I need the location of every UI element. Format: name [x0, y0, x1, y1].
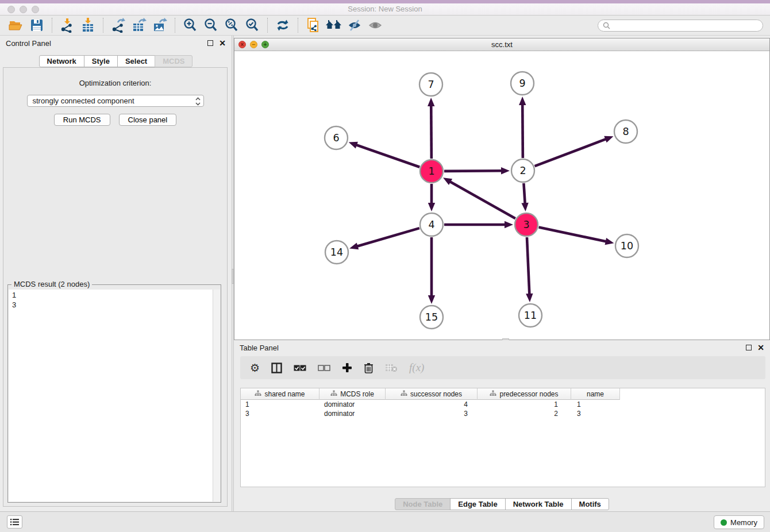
svg-text:7: 7 — [428, 79, 434, 90]
graph-node-10[interactable]: 10 — [615, 234, 638, 257]
cell[interactable]: 3 — [241, 409, 319, 418]
memory-status-icon — [721, 519, 727, 526]
cell[interactable]: 1 — [241, 400, 319, 409]
graph-node-15[interactable]: 15 — [420, 306, 443, 329]
result-scrollbar[interactable] — [213, 290, 220, 502]
open-session-button[interactable] — [6, 17, 26, 34]
graph-node-8[interactable]: 8 — [614, 120, 637, 143]
run-mcds-button[interactable]: Run MCDS — [54, 114, 110, 126]
table-row[interactable]: 3dominator323 — [241, 409, 765, 418]
edge-4-15[interactable] — [428, 237, 435, 304]
graph-node-14[interactable]: 14 — [325, 241, 348, 264]
cell[interactable]: 1 — [478, 400, 571, 409]
graph-node-11[interactable]: 11 — [519, 304, 542, 327]
network-window-titlebar[interactable]: × − + scc.txt — [234, 38, 769, 51]
zoom-fit-button[interactable] — [221, 17, 242, 34]
edge-4-14[interactable] — [349, 228, 419, 249]
network-canvas[interactable]: 7968124314101511 — [234, 51, 769, 340]
table-settings-button[interactable]: ⚙ — [250, 363, 260, 373]
network-graph[interactable]: 7968124314101511 — [234, 51, 769, 340]
cell[interactable]: 3 — [571, 409, 620, 418]
export-table-button[interactable] — [129, 17, 149, 34]
table-row[interactable]: 1dominator411 — [241, 400, 765, 409]
edge-4-3[interactable] — [444, 221, 513, 228]
cell[interactable]: dominator — [319, 400, 386, 409]
tab-mcds[interactable]: MCDS — [155, 55, 192, 67]
tab-style[interactable]: Style — [84, 55, 118, 67]
edge-3-1[interactable] — [443, 178, 515, 218]
close-view-icon[interactable]: × — [238, 41, 246, 48]
graph-node-4[interactable]: 4 — [420, 213, 443, 236]
mcds-result-area[interactable]: 1 3 — [9, 290, 220, 502]
graph-node-7[interactable]: 7 — [419, 73, 442, 96]
hide-details-button[interactable] — [344, 17, 365, 34]
optimization-criterion-label: Optimization criterion: — [3, 79, 227, 87]
attribute-type-icon — [490, 390, 496, 398]
minimize-view-icon[interactable]: − — [250, 41, 257, 48]
save-session-button[interactable] — [26, 17, 47, 34]
show-columns-button[interactable] — [271, 363, 282, 373]
svg-text:4: 4 — [428, 219, 434, 230]
column-header-shared-name[interactable]: shared name — [241, 388, 319, 400]
add-column-button[interactable] — [342, 363, 352, 373]
zoom-selected-button[interactable] — [242, 17, 263, 34]
cell[interactable]: 2 — [478, 409, 571, 418]
close-panel-icon[interactable]: ✕ — [219, 40, 226, 46]
edge-1-6[interactable] — [349, 142, 420, 167]
search-field[interactable] — [598, 20, 763, 32]
graph-node-6[interactable]: 6 — [325, 126, 348, 149]
node-table[interactable]: shared nameMCDS rolesuccessor nodesprede… — [240, 388, 765, 487]
close-panel-button[interactable]: Close panel — [119, 114, 177, 126]
clone-network-button[interactable] — [303, 17, 324, 34]
chevron-up-down-icon — [195, 97, 201, 109]
float-table-panel-icon[interactable] — [746, 345, 752, 350]
tab-edge-table[interactable]: Edge Table — [450, 498, 505, 510]
maximize-view-icon[interactable]: + — [261, 41, 269, 48]
edge-1-7[interactable] — [428, 98, 434, 159]
plus-icon — [342, 363, 352, 373]
graph-node-3[interactable]: 3 — [515, 213, 538, 236]
cell[interactable]: dominator — [319, 409, 386, 418]
memory-button[interactable]: Memory — [714, 515, 764, 529]
close-table-panel-icon[interactable]: ✕ — [757, 345, 764, 350]
column-header-MCDS-role[interactable]: MCDS role — [319, 388, 386, 400]
tab-node-table[interactable]: Node Table — [395, 498, 451, 510]
edge-1-4[interactable] — [428, 184, 435, 211]
show-details-button[interactable] — [365, 17, 386, 34]
tab-select[interactable]: Select — [117, 55, 155, 67]
zoom-out-button[interactable] — [201, 17, 221, 34]
import-table-button[interactable] — [78, 17, 98, 34]
deselect-all-rows-button[interactable] — [318, 365, 330, 371]
cell[interactable]: 3 — [386, 409, 478, 418]
delete-row-button[interactable] — [364, 363, 374, 373]
first-neighbors-button[interactable] — [324, 17, 344, 34]
tab-network-table[interactable]: Network Table — [505, 498, 572, 510]
column-header-name[interactable]: name — [571, 388, 620, 400]
float-panel-icon[interactable] — [207, 40, 213, 46]
import-network-button[interactable] — [57, 17, 78, 34]
search-input[interactable] — [613, 21, 758, 30]
cell[interactable]: 1 — [571, 400, 620, 409]
edge-3-10[interactable] — [539, 228, 614, 245]
cell[interactable]: 4 — [386, 400, 478, 409]
edge-2-8[interactable] — [535, 136, 614, 166]
tab-motifs[interactable]: Motifs — [571, 498, 609, 510]
select-all-rows-button[interactable] — [294, 365, 306, 371]
graph-node-2[interactable]: 2 — [511, 159, 534, 182]
edge-2-3[interactable] — [521, 183, 528, 211]
svg-text:8: 8 — [622, 126, 629, 137]
column-header-successor-nodes[interactable]: successor nodes — [386, 388, 478, 400]
apply-layout-button[interactable] — [272, 17, 293, 34]
export-network-button[interactable] — [108, 17, 129, 34]
edge-1-2[interactable] — [444, 167, 510, 174]
column-header-predecessor-nodes[interactable]: predecessor nodes — [478, 388, 571, 400]
criterion-dropdown[interactable]: strongly connected component — [27, 95, 204, 107]
task-history-button[interactable] — [7, 515, 22, 529]
graph-node-1[interactable]: 1 — [420, 160, 443, 183]
graph-node-9[interactable]: 9 — [511, 72, 534, 95]
tab-network[interactable]: Network — [39, 55, 84, 67]
zoom-in-button[interactable] — [180, 17, 201, 34]
edge-3-11[interactable] — [526, 237, 533, 302]
export-image-button[interactable] — [149, 17, 170, 34]
edge-2-9[interactable] — [519, 97, 526, 158]
